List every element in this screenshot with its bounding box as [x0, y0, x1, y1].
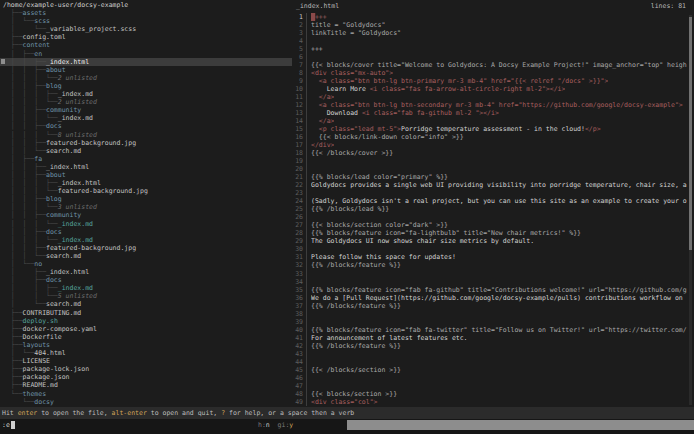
line-number: 43 — [292, 350, 307, 358]
preview-scrollbar[interactable] — [689, 15, 692, 405]
code-line: 29The Goldydocs UI now shows chair size … — [292, 237, 688, 245]
code-line: 13 Download <i class="fab fa-github ml-2… — [292, 109, 688, 117]
code-line: 6 — [292, 53, 688, 61]
tree-row[interactable]: ├──docker-compose.yaml — [0, 325, 292, 333]
tree-row[interactable]: ├──LICENSE — [0, 357, 292, 365]
code-line: 24(Sadly, Goldydocs isn't a real project… — [292, 197, 688, 205]
tree-branch-lines: ├── — [3, 333, 23, 341]
tree-row[interactable]: │ │ ├──docs — [0, 122, 292, 130]
line-number: 21 — [292, 173, 307, 181]
tree-row[interactable]: ├──package.json — [0, 373, 292, 381]
code-text: {{% /blocks/feature %}} — [311, 302, 401, 310]
tree-row[interactable]: └──themes — [0, 390, 292, 398]
code-line: 38 — [292, 310, 688, 318]
tree-row[interactable]: │ │ ├──featured-background.jpg — [0, 244, 292, 252]
tree-row[interactable]: ├──content — [0, 41, 292, 49]
preview-scrollbar-thumb[interactable] — [689, 17, 692, 250]
tree-item-name: _index.md — [58, 236, 93, 244]
tree-row[interactable]: │ │ └──search.md — [0, 147, 292, 155]
code-line: 36We do a [Pull Request](https://github.… — [292, 294, 688, 302]
tree-row[interactable]: │ │ ├──community — [0, 106, 292, 114]
tree-row[interactable]: │ └──no — [0, 260, 292, 268]
tree-row[interactable]: │ │ ├──community — [0, 211, 292, 219]
code-text: {{< blocks/section >}} — [311, 390, 397, 398]
code-line: 30 — [292, 245, 688, 253]
line-number: 38 — [292, 310, 307, 318]
tree-row[interactable]: │ │ ├──blog — [0, 195, 292, 203]
line-number: 26 — [292, 213, 307, 221]
command-input[interactable]: :e — [2, 419, 15, 431]
tree-row[interactable]: │ │ │ └──_index.md — [0, 114, 292, 122]
tree-row[interactable]: │ ├──_index.html — [0, 268, 292, 276]
tree-root-path[interactable]: /home/example-user/docsy-example — [0, 1, 292, 9]
tree-row[interactable]: │ │ │ ├──_index.md — [0, 90, 292, 98]
code-line: 27{{< blocks/section color="dark" >}} — [292, 221, 688, 229]
unlisted-count: 2 unlisted — [58, 74, 97, 82]
tree-row[interactable]: │ │ ├──docs — [0, 228, 292, 236]
tree-row[interactable]: │ │ ├──featured-background.jpg — [0, 139, 292, 147]
tree-row[interactable]: │ │ │ └──_index.md — [0, 220, 292, 228]
tree-row[interactable]: ├──layouts — [0, 341, 292, 349]
tree-item-name: _index.html — [46, 268, 89, 276]
input-row: :e h:n gi:y — [0, 419, 694, 434]
code-text: {{< blocks/section color="dark" >}} — [311, 221, 448, 229]
code-text: Download <i class="fab fa-github ml-2 ">… — [311, 109, 499, 117]
tree-row[interactable]: │ └──404.html — [0, 349, 292, 357]
tree-item-name: community — [46, 106, 81, 114]
tree-row[interactable]: ├──deploy.sh — [0, 317, 292, 325]
tree-branch-lines: ├── — [3, 317, 23, 325]
tree-row[interactable]: │ ├──en — [0, 50, 292, 58]
tree-row[interactable]: │ │ └──5 unlisted — [0, 292, 292, 300]
tree-item-name: no — [34, 260, 42, 268]
tree-item-name: 404.html — [34, 349, 65, 357]
tree-row[interactable]: │ ├──fa — [0, 155, 292, 163]
tree-row[interactable]: │ │ ├──about — [0, 66, 292, 74]
tree-row[interactable]: │ │ ├──about — [0, 171, 292, 179]
code-text: </a> — [311, 117, 334, 125]
tree-row[interactable]: │ │ ├──_index.md — [0, 284, 292, 292]
tree-row[interactable]: │ │ ├──_index.html — [0, 163, 292, 171]
tree-row[interactable]: │ │ │ ├──_index.html — [0, 179, 292, 187]
code-line: 48{{< blocks/section >}} — [292, 390, 688, 398]
line-number: 42 — [292, 342, 307, 350]
tree-row[interactable]: │ │ │ └──3 unlisted — [0, 203, 292, 211]
tree-branch-lines: │ │ ├── — [3, 284, 58, 292]
tree-row[interactable]: └──docsy — [0, 398, 292, 406]
tree-item-name: CONTRIBUTING.md — [23, 309, 82, 317]
code-text: <p class="lead mt-5">Porridge temperatur… — [311, 125, 601, 133]
tree-row[interactable]: │ │ │ └──featured-background.jpg — [0, 187, 292, 195]
code-text: {{% blocks/feature icon="fab fa-twitter"… — [311, 326, 687, 334]
tree-branch-lines: │ │ ├── — [3, 58, 46, 66]
tree-item-name: content — [23, 41, 50, 49]
tree-row[interactable]: │ │ ├──blog — [0, 82, 292, 90]
tree-row[interactable]: │ │ │ └──_index.md — [0, 236, 292, 244]
tree-row[interactable]: ├──Dockerfile — [0, 333, 292, 341]
tree-row[interactable]: ├──package-lock.json — [0, 365, 292, 373]
tree-branch-lines: │ │ │ ├── — [3, 90, 58, 98]
tree-item-name: docker-compose.yaml — [23, 325, 97, 333]
tree-item-name: about — [46, 171, 66, 179]
tree-row[interactable]: ├──config.toml — [0, 33, 292, 41]
tree-row[interactable]: ├──README.md — [0, 381, 292, 389]
tree-row[interactable]: │ ├──docs — [0, 276, 292, 284]
code-line: 18{{< /blocks/cover >}} — [292, 149, 688, 157]
status-key-hint: alt-enter — [112, 409, 147, 417]
tree-row[interactable]: │ └──scss — [0, 17, 292, 25]
tree-row[interactable]: │ │ │ └──2 unlisted — [0, 74, 292, 82]
tree-row[interactable]: │ │ │ └──8 unlisted — [0, 131, 292, 139]
tree-item-name: en — [34, 50, 42, 58]
tree-branch-lines: ├── — [3, 357, 23, 365]
tree-item-name: Dockerfile — [23, 333, 62, 341]
tree-row[interactable]: │ │ │ └──2 unlisted — [0, 98, 292, 106]
code-line: 37{{% /blocks/feature %}} — [292, 302, 688, 310]
code-text: <a class="btn btn-lg btn-secondary mr-3 … — [311, 101, 683, 109]
tree-row[interactable]: ├──CONTRIBUTING.md — [0, 309, 292, 317]
tree-row[interactable]: │ │ └──search.md — [0, 252, 292, 260]
code-line: 44 — [292, 358, 688, 366]
tree-row[interactable]: │ └──_variables_project.scss — [0, 25, 292, 33]
code-line: 17</div> — [292, 141, 688, 149]
flag-value: n — [266, 421, 270, 429]
tree-row[interactable]: ├──assets — [0, 9, 292, 17]
tree-row[interactable]: │ │ ├──_index.html — [0, 58, 292, 66]
tree-row[interactable]: │ └──search.md — [0, 300, 292, 308]
